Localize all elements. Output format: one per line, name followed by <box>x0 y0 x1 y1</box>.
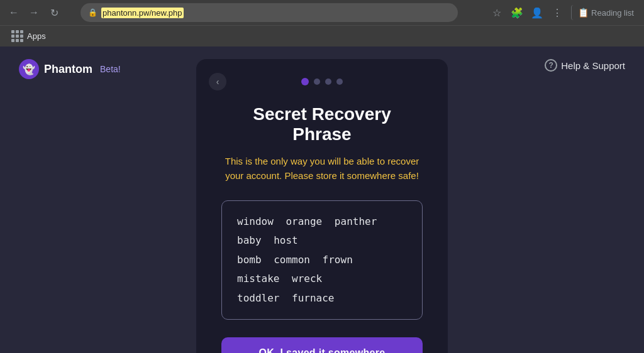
reload-button[interactable]: ↻ <box>45 4 63 21</box>
phrase-line-2: bomb common frown mistake wreck <box>237 251 407 289</box>
dot-2 <box>314 79 320 85</box>
address-bar-container: 🔒 phantonn.pw/new.php <box>80 3 458 22</box>
dot-1 <box>301 78 309 85</box>
apps-button[interactable]: Apps <box>8 28 50 45</box>
page-content: 👻 Phantom Beta! ? Help & Support ‹ Secre… <box>0 46 644 353</box>
help-icon: ? <box>545 59 557 72</box>
card-title: Secret Recovery Phrase <box>221 104 423 144</box>
phrase-line-1: window orange panther baby host <box>237 212 407 251</box>
star-button[interactable]: ☆ <box>488 4 506 21</box>
main-card: ‹ Secret Recovery Phrase This is the onl… <box>196 59 448 353</box>
phantom-beta-label: Beta! <box>100 64 121 74</box>
forward-button[interactable]: → <box>25 4 43 21</box>
dot-4 <box>336 79 343 85</box>
phrase-line-3: toddler furnace <box>237 289 407 308</box>
phrase-text: window orange panther baby host bomb com… <box>237 212 407 308</box>
lock-icon: 🔒 <box>88 8 97 17</box>
phantom-header: 👻 Phantom Beta! <box>19 59 121 79</box>
extensions-button[interactable]: 🧩 <box>508 4 526 21</box>
help-icon-text: ? <box>549 61 553 70</box>
prev-button[interactable]: ‹ <box>209 73 226 90</box>
back-button[interactable]: ← <box>5 4 23 21</box>
phrase-box: window orange panther baby host bomb com… <box>221 200 423 320</box>
card-subtitle: This is the only way you will be able to… <box>221 155 423 183</box>
address-highlight: phantonn.pw/new.php <box>101 8 184 18</box>
apps-label: Apps <box>27 31 46 41</box>
browser-chrome: ← → ↻ 🔒 phantonn.pw/new.php ☆ 🧩 👤 ⋮ 📋 Re… <box>0 0 644 46</box>
ok-saved-button[interactable]: OK, I saved it somewhere <box>221 337 423 353</box>
browser-toolbar: ← → ↻ 🔒 phantonn.pw/new.php ☆ 🧩 👤 ⋮ 📋 Re… <box>0 0 644 25</box>
dot-3 <box>325 79 331 85</box>
reading-list-icon: 📋 <box>578 8 589 18</box>
toolbar-actions: ☆ 🧩 👤 ⋮ 📋 Reading list <box>488 4 639 21</box>
apps-grid-icon <box>11 30 23 42</box>
reading-list-button[interactable]: 📋 Reading list <box>571 5 639 20</box>
address-bar[interactable]: phantonn.pw/new.php <box>101 8 450 18</box>
pagination: ‹ <box>221 78 423 85</box>
help-support-label: Help & Support <box>561 60 625 71</box>
phantom-name: Phantom <box>44 63 92 76</box>
profile-button[interactable]: 👤 <box>528 4 546 21</box>
menu-button[interactable]: ⋮ <box>548 4 566 21</box>
help-support-button[interactable]: ? Help & Support <box>545 59 625 72</box>
nav-buttons: ← → ↻ <box>5 4 63 21</box>
reading-list-label: Reading list <box>591 8 634 18</box>
bookmarks-bar: Apps <box>0 25 644 46</box>
phantom-logo: 👻 <box>19 59 39 79</box>
phantom-logo-icon: 👻 <box>23 63 35 75</box>
